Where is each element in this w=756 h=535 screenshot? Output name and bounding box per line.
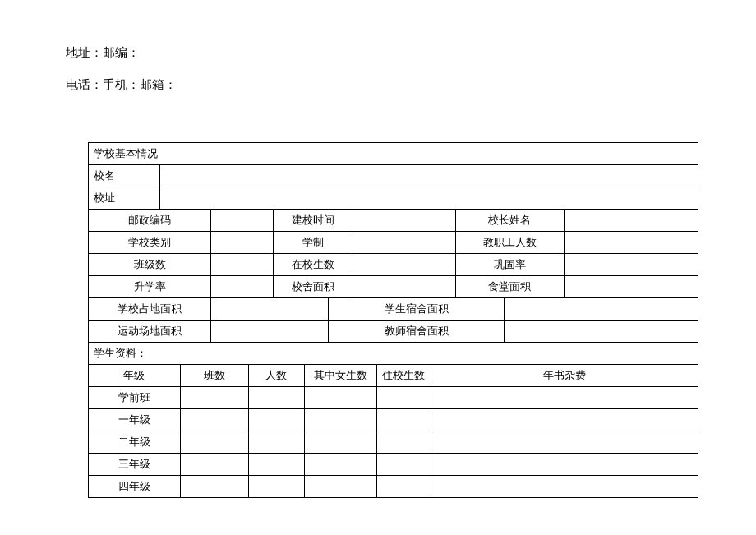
label-principal: 校长姓名 [455, 210, 565, 232]
table-row: 三年级 [89, 454, 698, 476]
table-row: 四年级 [89, 476, 698, 498]
value-student-count [353, 254, 455, 276]
label-land-area: 学校占地面积 [89, 298, 211, 321]
table-row: 二年级 [89, 431, 698, 454]
value-teacher-dorm [504, 321, 698, 343]
value-promo-rate [211, 276, 274, 298]
value-principal [565, 210, 698, 232]
hdr-fee: 年书杂费 [431, 365, 698, 387]
table-row: 一年级 [89, 409, 698, 431]
label-founded: 建校时间 [274, 210, 353, 232]
value-land-area [211, 298, 329, 321]
value-dorm-area [504, 298, 698, 321]
table-row: 学前班 [89, 387, 698, 409]
grade-label: 学前班 [89, 387, 181, 409]
label-postal: 邮政编码 [89, 210, 211, 232]
label-bldg-area: 校舍面积 [274, 276, 353, 298]
header-line-1: 地址：邮编： [66, 45, 756, 61]
value-bldg-area [353, 276, 455, 298]
label-student-count: 在校生数 [274, 254, 353, 276]
hdr-grade: 年级 [89, 365, 181, 387]
hdr-boarders: 住校生数 [376, 365, 431, 387]
header-block: 地址：邮编： 电话：手机：邮箱： [0, 0, 756, 93]
hdr-classes: 班数 [180, 365, 248, 387]
label-category: 学校类别 [89, 232, 211, 254]
value-founded [353, 210, 455, 232]
label-edu-system: 学制 [274, 232, 353, 254]
value-consolid-rate [565, 254, 698, 276]
label-promo-rate: 升学率 [89, 276, 211, 298]
label-staff-count: 教职工人数 [455, 232, 565, 254]
grade-label: 一年级 [89, 409, 181, 431]
hdr-people: 人数 [249, 365, 304, 387]
label-dorm-area: 学生宿舍面积 [329, 298, 504, 321]
value-postal [211, 210, 274, 232]
grade-label: 四年级 [89, 476, 181, 498]
hdr-girls: 其中女生数 [304, 365, 376, 387]
label-consolid-rate: 巩固率 [455, 254, 565, 276]
section-title: 学校基本情况 [89, 143, 698, 165]
value-school-addr [160, 187, 698, 210]
value-category [211, 232, 274, 254]
value-edu-system [353, 232, 455, 254]
form-table-wrap: 学校基本情况 校名 校址 邮政编码 建校时间 校长姓名 学校类别 学制 教职工人… [0, 109, 756, 498]
label-teacher-dorm: 教师宿舍面积 [329, 321, 504, 343]
label-field-area: 运动场地面积 [89, 321, 211, 343]
grade-label: 三年级 [89, 454, 181, 476]
value-class-count [211, 254, 274, 276]
label-school-name: 校名 [89, 165, 160, 187]
student-section-title: 学生资料： [89, 343, 698, 365]
value-staff-count [565, 232, 698, 254]
school-info-table: 学校基本情况 校名 校址 邮政编码 建校时间 校长姓名 学校类别 学制 教职工人… [88, 142, 698, 498]
grade-label: 二年级 [89, 431, 181, 454]
header-line-2: 电话：手机：邮箱： [66, 77, 756, 93]
label-school-addr: 校址 [89, 187, 160, 210]
value-field-area [211, 321, 329, 343]
value-school-name [160, 165, 698, 187]
label-canteen-area: 食堂面积 [455, 276, 565, 298]
value-canteen-area [565, 276, 698, 298]
label-class-count: 班级数 [89, 254, 211, 276]
